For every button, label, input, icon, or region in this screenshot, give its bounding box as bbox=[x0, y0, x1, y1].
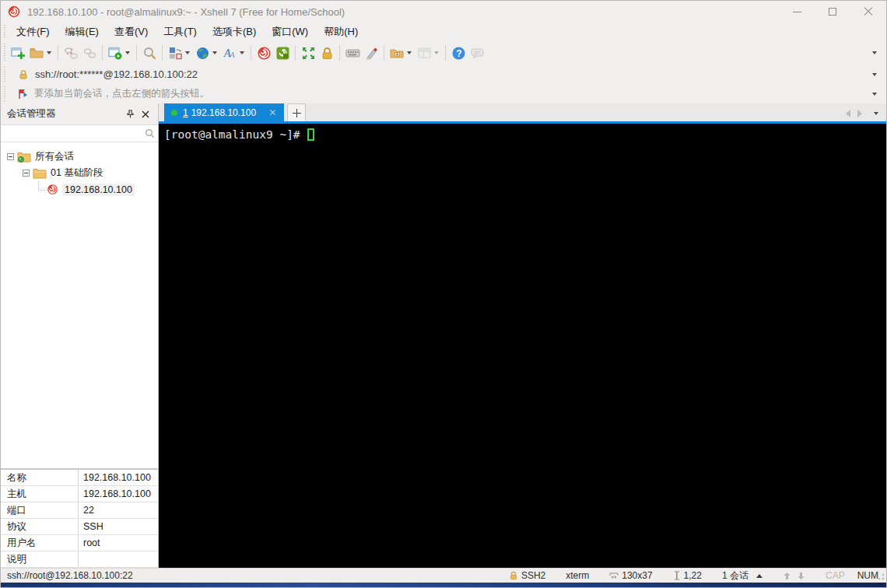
addressbar-gripper[interactable] bbox=[3, 67, 7, 82]
font-icon: AA bbox=[223, 46, 237, 61]
menubar-gripper[interactable] bbox=[3, 25, 7, 39]
message-board-button[interactable] bbox=[468, 44, 486, 62]
svg-text:?: ? bbox=[456, 48, 461, 59]
minimize-button[interactable] bbox=[779, 1, 815, 23]
connected-status-icon bbox=[171, 110, 177, 116]
menu-bar: 文件(F) 编辑(E) 查看(V) 工具(T) 选项卡(B) 窗口(W) 帮助(… bbox=[1, 23, 886, 41]
reconnect-button[interactable] bbox=[80, 44, 99, 62]
infobar-dropdown-caret[interactable] bbox=[872, 93, 877, 96]
minimize-icon bbox=[793, 12, 801, 12]
status-connection-url: ssh://root@192.168.10.100:22 bbox=[7, 570, 489, 581]
address-bar[interactable]: ssh://root:******@192.168.10.100:22 bbox=[1, 65, 886, 84]
session-properties-icon bbox=[108, 46, 123, 61]
help-button[interactable]: ? bbox=[449, 44, 468, 62]
globe-dropdown-caret[interactable] bbox=[212, 51, 217, 54]
scroll-up-icon[interactable] bbox=[783, 572, 791, 580]
compose-dropdown-caret[interactable] bbox=[434, 51, 439, 54]
resize-icon bbox=[609, 572, 619, 580]
pin-panel-button[interactable] bbox=[122, 107, 138, 122]
toolbar-separator bbox=[136, 45, 137, 61]
infobar-gripper[interactable] bbox=[3, 86, 7, 101]
tab-scroll-right-icon[interactable] bbox=[857, 110, 862, 117]
property-value[interactable]: 22 bbox=[79, 502, 158, 518]
disconnect-button[interactable] bbox=[61, 44, 80, 62]
new-tab-button[interactable] bbox=[287, 103, 306, 121]
xshell-button[interactable] bbox=[254, 44, 273, 62]
fullscreen-button[interactable] bbox=[299, 44, 317, 62]
session-properties-button[interactable] bbox=[106, 44, 124, 62]
find-button[interactable] bbox=[140, 44, 159, 62]
caret-position-icon bbox=[673, 571, 681, 580]
layout-button[interactable] bbox=[166, 44, 184, 62]
menu-tabs[interactable]: 选项卡(B) bbox=[205, 23, 264, 41]
table-row: 名称 192.168.10.100 bbox=[1, 470, 158, 486]
folder-dropdown-caret[interactable] bbox=[407, 51, 412, 54]
tree-item-session-192-168-10-100[interactable]: 192.168.10.100 bbox=[1, 181, 158, 198]
xftp-button[interactable] bbox=[273, 44, 292, 62]
close-panel-button[interactable] bbox=[138, 107, 153, 122]
table-row: 主机 192.168.10.100 bbox=[1, 486, 158, 502]
open-dropdown-caret[interactable] bbox=[47, 51, 51, 54]
property-value[interactable]: 192.168.10.100 bbox=[79, 486, 158, 502]
search-icon[interactable] bbox=[145, 128, 155, 138]
menu-view[interactable]: 查看(V) bbox=[107, 23, 156, 41]
menu-file[interactable]: 文件(F) bbox=[9, 23, 58, 41]
new-session-button[interactable] bbox=[9, 44, 27, 62]
svg-text:A: A bbox=[229, 50, 235, 59]
property-value[interactable] bbox=[79, 551, 158, 567]
resize-grip[interactable] bbox=[876, 572, 885, 582]
new-session-folder-button[interactable] bbox=[387, 44, 406, 62]
toolbar-separator bbox=[58, 45, 58, 61]
tab-list-caret[interactable] bbox=[874, 112, 878, 115]
reconnect-icon bbox=[82, 46, 97, 61]
properties-dropdown-caret[interactable] bbox=[125, 51, 130, 54]
scroll-down-icon[interactable] bbox=[797, 572, 805, 580]
property-value[interactable]: root bbox=[79, 535, 158, 551]
menu-edit[interactable]: 编辑(E) bbox=[58, 23, 107, 41]
toolbar-gripper[interactable] bbox=[3, 44, 7, 62]
session-search-input[interactable] bbox=[4, 127, 145, 141]
highlight-button[interactable] bbox=[362, 44, 380, 62]
maximize-button[interactable] bbox=[815, 1, 850, 23]
menu-window[interactable]: 窗口(W) bbox=[264, 23, 316, 41]
tree-label[interactable]: 192.168.10.100 bbox=[62, 184, 135, 196]
status-session-count[interactable]: 1 会话 bbox=[722, 569, 763, 583]
menu-tools[interactable]: 工具(T) bbox=[156, 23, 205, 41]
terminal-area: 1 192.168.10.100 [root@almalinux9 ~]# bbox=[159, 103, 886, 568]
session-manager-header: 会话管理器 bbox=[1, 103, 158, 125]
lock-keyboard-button[interactable] bbox=[317, 44, 336, 62]
property-value[interactable]: 192.168.10.100 bbox=[79, 470, 158, 485]
session-tree: 所有会话 01 基础阶段 192.168.10.100 bbox=[1, 142, 158, 468]
toolbar-overflow-caret[interactable] bbox=[872, 51, 877, 54]
title-bar: 192.168.10.100 - root@almalinux9:~ - Xsh… bbox=[1, 1, 886, 23]
toolbar-separator bbox=[102, 45, 103, 61]
status-terminal-type[interactable]: xterm bbox=[566, 570, 589, 581]
terminal-screen[interactable]: [root@almalinux9 ~]# bbox=[159, 124, 886, 568]
tab-close-icon[interactable] bbox=[267, 107, 278, 118]
address-dropdown-caret[interactable] bbox=[872, 73, 877, 76]
tree-item-all-sessions[interactable]: 所有会话 bbox=[1, 149, 158, 165]
font-button[interactable]: AA bbox=[220, 44, 239, 62]
open-sessions-button[interactable] bbox=[27, 44, 46, 62]
toolbar: AA ? bbox=[1, 41, 886, 65]
layout-dropdown-caret[interactable] bbox=[185, 51, 190, 54]
tree-item-folder-01[interactable]: 01 基础阶段 bbox=[1, 165, 158, 181]
find-icon bbox=[142, 46, 157, 61]
flag-icon bbox=[18, 89, 29, 100]
tree-label[interactable]: 01 基础阶段 bbox=[51, 166, 103, 180]
web-browser-button[interactable] bbox=[193, 44, 212, 62]
property-value[interactable]: SSH bbox=[79, 519, 158, 534]
compose-pane-button[interactable] bbox=[415, 44, 433, 62]
tab-session-192-168-10-100[interactable]: 1 192.168.10.100 bbox=[164, 103, 284, 121]
address-url[interactable]: ssh://root:******@192.168.10.100:22 bbox=[35, 68, 198, 80]
close-button[interactable] bbox=[850, 1, 886, 23]
font-dropdown-caret[interactable] bbox=[240, 51, 244, 54]
menu-help[interactable]: 帮助(H) bbox=[316, 23, 366, 41]
toolbar-separator bbox=[251, 45, 251, 61]
tree-label[interactable]: 所有会话 bbox=[35, 150, 74, 163]
tab-scroll-left-icon[interactable] bbox=[846, 110, 850, 117]
collapse-icon[interactable] bbox=[7, 153, 14, 160]
virtual-keyboard-button[interactable] bbox=[343, 44, 362, 62]
collapse-icon[interactable] bbox=[23, 170, 30, 177]
session-list-caret-icon[interactable] bbox=[756, 574, 763, 578]
